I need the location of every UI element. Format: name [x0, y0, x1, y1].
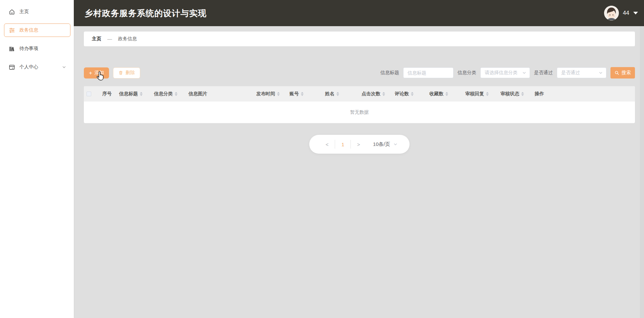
prev-page-button[interactable]: <: [321, 142, 333, 147]
search-button[interactable]: 搜索: [610, 67, 635, 78]
column-label: 收藏数: [429, 91, 443, 97]
wallet-icon: [8, 64, 15, 70]
column-header-10[interactable]: 收藏数: [429, 91, 465, 97]
column-label: 信息标题: [119, 91, 138, 97]
column-label: 审核回复: [465, 91, 484, 97]
trash-icon: [118, 70, 123, 75]
category-select-placeholder: 请选择信息分类: [485, 70, 522, 76]
breadcrumb-current: 政务信息: [118, 36, 137, 42]
sidebar-item-profile[interactable]: 个人中心: [4, 60, 70, 74]
sort-caret-icon[interactable]: [336, 91, 339, 97]
sort-caret-icon[interactable]: [140, 91, 143, 97]
empty-state: 暂无数据: [84, 101, 635, 123]
column-header-11[interactable]: 审核回复: [465, 91, 500, 97]
sidebar-item-label: 政务信息: [19, 27, 38, 33]
avatar[interactable]: [604, 6, 619, 20]
pass-select-placeholder: 是否通过: [561, 70, 599, 76]
sidebar-item-todo[interactable]: 待办事项: [4, 42, 70, 55]
pass-filter-label: 是否通过: [534, 70, 553, 76]
main-content: 主页 — 政务信息 + 添加 删除 信息标题: [74, 26, 644, 318]
page-size-value: 10条/页: [373, 141, 390, 148]
sidebar-item-gov-info[interactable]: 政务信息: [4, 23, 70, 37]
chevron-down-icon: [522, 71, 526, 75]
page-title: 乡村政务服务系统的设计与实现: [74, 8, 207, 19]
category-filter-select[interactable]: 请选择信息分类: [480, 67, 530, 78]
sidebar-item-home[interactable]: 主页: [4, 5, 70, 18]
sort-caret-icon[interactable]: [175, 91, 177, 97]
username: 44: [623, 10, 629, 16]
chevron-down-icon: [62, 65, 66, 69]
sort-caret-icon[interactable]: [277, 91, 280, 97]
column-label: 点击次数: [362, 91, 380, 97]
delete-button[interactable]: 删除: [113, 67, 140, 78]
sidebar-item-label: 待办事项: [19, 46, 38, 52]
column-label: 审核状态: [500, 91, 519, 97]
category-filter-label: 信息分类: [458, 70, 476, 76]
table-header-row: 序号信息标题信息分类信息图片发布时间账号姓名点击次数评论数收藏数审核回复审核状态…: [84, 86, 635, 101]
page-number-1[interactable]: 1: [337, 142, 348, 147]
column-header-9[interactable]: 评论数: [395, 91, 429, 97]
sidebar-item-label: 主页: [19, 9, 29, 15]
add-button[interactable]: + 添加: [84, 67, 109, 78]
column-label: 操作: [535, 91, 544, 97]
sidebar: 主页 政务信息 待办事项: [0, 0, 74, 318]
column-header-12[interactable]: 审核状态: [500, 91, 535, 97]
column-label: 账号: [289, 91, 299, 97]
column-header-4: 信息图片: [189, 91, 256, 97]
search-button-label: 搜索: [622, 70, 631, 76]
user-menu[interactable]: 44: [604, 6, 638, 20]
toolbar: + 添加 删除 信息标题 信息分类 请选择信息分类: [84, 67, 635, 78]
sort-caret-icon[interactable]: [521, 91, 524, 97]
breadcrumb-home[interactable]: 主页: [92, 36, 101, 42]
column-header-6[interactable]: 账号: [289, 91, 325, 97]
title-filter-label: 信息标题: [380, 70, 399, 76]
data-table: 序号信息标题信息分类信息图片发布时间账号姓名点击次数评论数收藏数审核回复审核状态…: [84, 86, 635, 123]
column-header-13: 操作: [535, 91, 635, 97]
pass-filter-select[interactable]: 是否通过: [557, 67, 606, 78]
column-label: 信息图片: [189, 91, 207, 97]
sort-caret-icon[interactable]: [486, 91, 489, 97]
sort-caret-icon[interactable]: [445, 91, 448, 97]
breadcrumb-separator: —: [107, 36, 112, 42]
column-label: 序号: [102, 91, 112, 97]
pagination-divider: [351, 140, 351, 149]
app-header: 乡村政务服务系统的设计与实现 44: [74, 0, 644, 26]
column-label: 信息分类: [154, 91, 173, 97]
sort-caret-icon[interactable]: [382, 91, 385, 97]
column-label: 发布时间: [256, 91, 275, 97]
add-button-label: 添加: [95, 70, 104, 76]
column-header-5[interactable]: 发布时间: [256, 91, 289, 97]
search-icon: [614, 70, 619, 75]
select-all-cell: [84, 92, 102, 96]
page-size-select[interactable]: 10条/页: [373, 141, 397, 148]
next-page-button[interactable]: >: [353, 142, 364, 147]
sort-caret-icon[interactable]: [301, 91, 304, 97]
scrollbar-track[interactable]: [640, 26, 644, 318]
column-header-3[interactable]: 信息分类: [154, 91, 189, 97]
pagination-divider: [335, 140, 335, 149]
sort-caret-icon[interactable]: [411, 91, 414, 97]
column-label: 姓名: [325, 91, 334, 97]
title-filter-input[interactable]: [403, 67, 453, 78]
caret-down-icon: [633, 12, 638, 14]
column-header-2[interactable]: 信息标题: [119, 91, 154, 97]
plus-icon: +: [89, 70, 92, 76]
column-header-7[interactable]: 姓名: [325, 91, 362, 97]
breadcrumb: 主页 — 政务信息: [84, 32, 635, 46]
home-icon: [8, 8, 15, 15]
column-header-1: 序号: [102, 91, 119, 97]
chevron-down-icon: [393, 142, 397, 146]
delete-button-label: 删除: [125, 70, 135, 76]
pagination-pill: < 1 > 10条/页: [309, 135, 410, 154]
chevron-down-icon: [599, 71, 603, 75]
select-all-checkbox[interactable]: [87, 92, 91, 96]
column-label: 评论数: [395, 91, 409, 97]
book-icon: [8, 45, 15, 52]
column-header-8[interactable]: 点击次数: [362, 91, 395, 97]
pagination: < 1 > 10条/页: [84, 135, 635, 154]
sliders-icon: [8, 27, 15, 34]
sidebar-item-label: 个人中心: [19, 64, 38, 70]
